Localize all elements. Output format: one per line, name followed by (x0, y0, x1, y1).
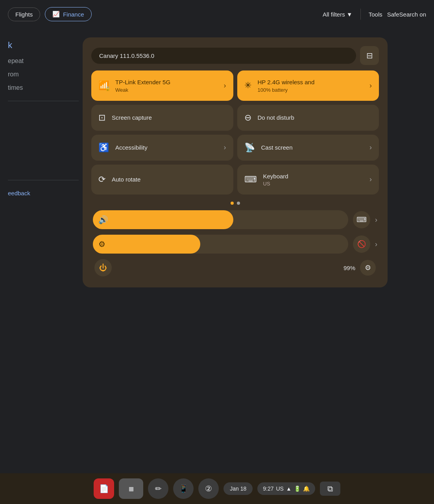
taskbar-pencil-button[interactable]: ✏ (148, 478, 168, 499)
thumb-icon: ▦ (129, 485, 134, 492)
taskbar-windows-button[interactable]: ⧉ (320, 482, 340, 496)
wifi-status-icon: ▲ (286, 485, 292, 492)
volume-end-icon[interactable]: ⌨ (353, 211, 370, 228)
safesearch-button[interactable]: SafeSearch on (387, 11, 426, 18)
keyboard-tile[interactable]: ⌨ Keyboard US › (237, 165, 379, 195)
taskbar-phone-button[interactable]: 📱 (173, 478, 194, 499)
left-sidebar: k epeat rom times eedback (0, 28, 87, 472)
version-bar: ⊟ (91, 46, 379, 65)
wifi-label: TP-Link Extender 5G (115, 78, 218, 86)
bluetooth-content: HP 2.4G wireless and 100% battery (258, 78, 364, 93)
finance-pill[interactable]: 📈 Finance (45, 7, 91, 21)
feedback-link[interactable]: eedback (0, 187, 87, 200)
pencil-icon: ✏ (155, 484, 162, 493)
battery-status-icon: 🔋 (294, 485, 301, 492)
tools-button[interactable]: Tools (369, 11, 382, 18)
taskbar-thumbnail[interactable]: ▦ (119, 478, 143, 499)
accessibility-label: Accessibility (115, 144, 218, 152)
cast-screen-icon: 📡 (244, 143, 255, 153)
finance-icon: 📈 (52, 11, 60, 18)
quick-settings-panel: ⊟ 📶🔒 TP-Link Extender 5G Weak › ✳ HP 2.4… (83, 37, 388, 287)
pdf-icon: 📄 (99, 484, 109, 493)
taskbar: 📄 ▦ ✏ 📱 ② Jan 18 9:27 US ▲ 🔋 🔔 ⧉ (0, 473, 434, 504)
bluetooth-tile[interactable]: ✳ HP 2.4G wireless and 100% battery › (237, 70, 379, 101)
do-not-disturb-tile[interactable]: ⊖ Do not disturb (237, 105, 379, 131)
keyboard-arrow[interactable]: › (369, 175, 372, 183)
gear-icon: ⚙ (365, 263, 371, 272)
taskbar-date: Jan 18 (230, 485, 246, 492)
brightness-slider-track[interactable]: ⚙ (93, 235, 348, 254)
feedback-icon: ⊟ (366, 51, 373, 60)
do-not-disturb-label: Do not disturb (258, 114, 372, 122)
power-button[interactable]: ⏻ (94, 259, 112, 276)
sidebar-divider (8, 101, 79, 101)
all-filters-button[interactable]: All filters ▼ (323, 11, 353, 18)
battery-percentage: 99% (112, 265, 355, 271)
screen-capture-label: Screen capture (112, 114, 226, 122)
brightness-slider-icon: ⚙ (98, 239, 105, 249)
top-bar: Flights 📈 Finance All filters ▼ Tools Sa… (0, 0, 434, 28)
do-not-disturb-icon: ⊖ (244, 113, 251, 123)
bottom-power-row: ⏻ 99% ⚙ (93, 259, 377, 276)
auto-rotate-content: Auto rotate (112, 176, 226, 183)
auto-rotate-tile[interactable]: ⟳ Auto rotate (91, 165, 233, 195)
settings-gear-button[interactable]: ⚙ (360, 260, 376, 276)
keyboard-icon: ⌨ (244, 174, 257, 185)
notification-icon: 🔔 (303, 485, 310, 492)
feedback-button[interactable]: ⊟ (360, 46, 379, 65)
sidebar-link[interactable]: k (0, 36, 87, 54)
wifi-tile[interactable]: 📶🔒 TP-Link Extender 5G Weak › (91, 70, 233, 101)
phone-icon: 📱 (179, 484, 188, 493)
sidebar-item-2: times (0, 81, 87, 94)
auto-rotate-label: Auto rotate (112, 176, 226, 183)
screen-capture-icon: ⊡ (98, 113, 105, 123)
bluetooth-arrow[interactable]: › (369, 82, 372, 90)
power-icon: ⏻ (99, 263, 107, 272)
screen-capture-content: Screen capture (112, 114, 226, 122)
accessibility-icon: ♿ (98, 143, 109, 153)
bluetooth-label: HP 2.4G wireless and (258, 78, 364, 86)
bluetooth-icon: ✳ (244, 80, 251, 91)
page-dots (91, 202, 379, 205)
accessibility-arrow[interactable]: › (224, 143, 226, 152)
volume-slider-fill: 🔊 (93, 210, 233, 229)
volume-slider-track[interactable]: 🔊 (93, 210, 348, 229)
sidebar-item-1: rom (0, 68, 87, 81)
badge-icon: ② (205, 484, 212, 493)
wifi-sublabel: Weak (115, 87, 218, 93)
accessibility-tile[interactable]: ♿ Accessibility › (91, 135, 233, 161)
brightness-end-icon[interactable]: 🚫 (353, 235, 370, 253)
keyboard-content: Keyboard US (263, 172, 364, 187)
sidebar-item-0: epeat (0, 54, 87, 68)
accessibility-content: Accessibility (115, 144, 218, 152)
volume-slider-row: 🔊 ⌨ › (93, 210, 377, 229)
bluetooth-sublabel: 100% battery (258, 87, 364, 93)
version-input[interactable] (91, 48, 356, 64)
dot-1[interactable] (231, 202, 234, 205)
brightness-arrow[interactable]: › (375, 240, 377, 248)
taskbar-badge-button[interactable]: ② (198, 478, 219, 499)
screen-capture-tile[interactable]: ⊡ Screen capture (91, 105, 233, 131)
cast-screen-arrow[interactable]: › (369, 143, 372, 152)
wifi-arrow[interactable]: › (224, 82, 226, 90)
taskbar-pdf-app[interactable]: 📄 (94, 478, 114, 499)
top-divider (360, 9, 361, 20)
taskbar-status-area[interactable]: 9:27 US ▲ 🔋 🔔 (257, 482, 315, 495)
sidebar-divider-2 (8, 180, 79, 180)
do-not-disturb-content: Do not disturb (258, 114, 372, 122)
taskbar-time: 9:27 (263, 485, 273, 492)
sliders-section: 🔊 ⌨ › ⚙ 🚫 › ⏻ 99% (91, 210, 379, 276)
auto-rotate-icon: ⟳ (98, 174, 105, 185)
dot-2[interactable] (237, 202, 240, 205)
keyboard-label: Keyboard (263, 172, 364, 180)
taskbar-locale: US (276, 485, 283, 492)
cast-screen-content: Cast screen (261, 144, 364, 152)
flights-pill[interactable]: Flights (8, 7, 40, 21)
wifi-content: TP-Link Extender 5G Weak (115, 78, 218, 93)
cast-screen-tile[interactable]: 📡 Cast screen › (237, 135, 379, 161)
volume-arrow[interactable]: › (375, 216, 377, 224)
keyboard-sublabel: US (263, 181, 364, 187)
taskbar-datetime[interactable]: Jan 18 (223, 482, 253, 495)
brightness-slider-fill: ⚙ (93, 235, 200, 254)
brightness-slider-row: ⚙ 🚫 › (93, 235, 377, 254)
